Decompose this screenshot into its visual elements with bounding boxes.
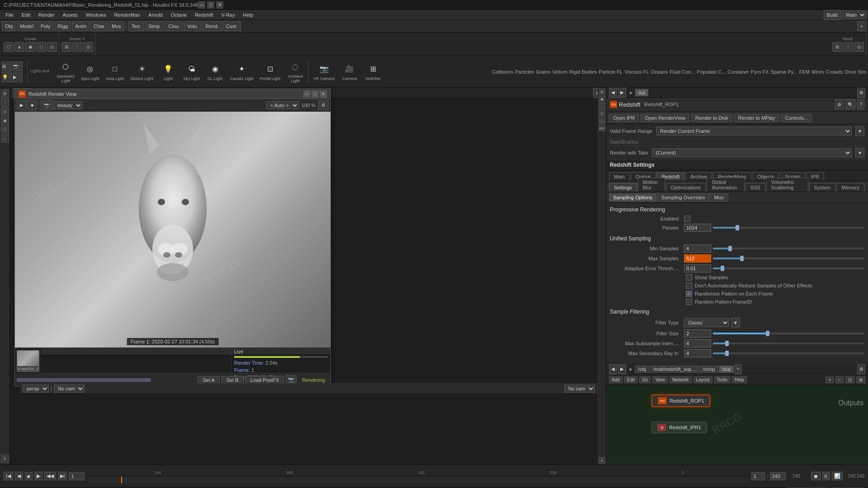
light-generic[interactable]: 💡 Light — [157, 61, 179, 83]
light-select[interactable]: No cam — [54, 385, 85, 393]
shelf-icon-4[interactable]: □ — [36, 42, 46, 52]
shelf-icon-scene-1[interactable]: ⊞ — [61, 42, 71, 52]
open-ipr-btn[interactable]: Open IPR — [609, 114, 639, 122]
node-redshift-ipr1[interactable]: ⊡ Redshift_IPR1 — [651, 422, 707, 433]
so-tab-misc[interactable]: Misc — [710, 193, 728, 202]
left-btn-5[interactable]: ⬡ — [1, 126, 9, 134]
sky-light[interactable]: 🌤 Sky Light — [180, 61, 203, 83]
build-button[interactable]: Build — [824, 10, 841, 20]
mode-model[interactable]: Model — [17, 21, 37, 31]
render-settings-btn[interactable]: ⚙ — [318, 100, 329, 110]
node-add-tab[interactable]: + — [735, 364, 742, 374]
render-take-expand[interactable]: ▼ — [855, 148, 864, 158]
shelf-icon-scene-3[interactable]: ◎ — [83, 42, 93, 52]
rp-search-btn[interactable]: 🔍 — [845, 99, 855, 109]
set-a-button[interactable]: Set A — [198, 376, 219, 384]
mode-poly[interactable]: Poly — [38, 21, 53, 31]
shelf-icon-render-2[interactable]: ↑ — [843, 42, 853, 52]
menu-render[interactable]: Render — [35, 11, 58, 19]
sc-btn-4[interactable]: ⊡ — [599, 110, 605, 117]
tl-record-btn[interactable]: ⏺ — [811, 472, 821, 480]
mode-cust[interactable]: Cust. — [223, 21, 241, 31]
node-path-obj[interactable]: /obj — [635, 366, 649, 373]
mode-simp[interactable]: Simp. — [145, 21, 164, 31]
left-btn-6[interactable]: □ — [1, 135, 9, 143]
camera-item[interactable]: 🎥 Camera — [338, 61, 361, 83]
render-take-dropdown[interactable]: (Current) — [652, 148, 852, 157]
tl-end-frame[interactable] — [770, 472, 786, 480]
tl-next-frame[interactable]: ▶| — [58, 472, 67, 480]
max-samples-input[interactable] — [684, 254, 711, 263]
max-subsample-input[interactable] — [684, 339, 711, 347]
frame-range-dropdown[interactable]: Render Current Frame — [656, 127, 852, 136]
passes-input[interactable] — [684, 224, 711, 232]
filter-type-expand[interactable]: ▼ — [731, 318, 740, 328]
tab-main[interactable]: Main — [609, 172, 630, 181]
mode-rigg[interactable]: Rigg — [55, 21, 71, 31]
shelf-icon-2[interactable]: ▲ — [14, 42, 24, 52]
node-path-shop[interactable]: /shop — [700, 366, 718, 373]
caustic-light[interactable]: ✦ Caustic Light — [227, 61, 256, 83]
toolbar-add-button[interactable]: + — [857, 21, 866, 31]
subtab-optimizations[interactable]: Optimizations — [666, 183, 706, 192]
switcher[interactable]: ⊞ Switcher — [362, 61, 384, 83]
menu-redshift[interactable]: Redshift — [191, 11, 217, 19]
sc-btn-6[interactable]: abc — [599, 125, 605, 131]
light-btn[interactable]: 💡 — [2, 72, 12, 82]
gl-light[interactable]: ◉ GL Light — [204, 61, 226, 83]
rp-fwd-btn[interactable]: ▶ — [618, 88, 626, 98]
mode-terr[interactable]: Terr. — [128, 21, 144, 31]
subtab-memory[interactable]: Memory — [836, 183, 864, 192]
mode-rend[interactable]: Rend. — [203, 21, 222, 31]
frame-range-expand[interactable]: ▼ — [855, 126, 864, 136]
left-btn-4[interactable]: ◉ — [1, 117, 9, 125]
filter-type-select[interactable]: Gauss — [684, 318, 729, 327]
sc-btn-5[interactable]: ⬡ — [599, 117, 605, 124]
open-renderview-btn[interactable]: Open RenderView — [641, 114, 689, 122]
tl-goto-start[interactable]: |◀ — [4, 472, 13, 480]
tl-play-reverse[interactable]: ◀◀ — [44, 472, 56, 480]
controls-btn[interactable]: Controls... — [781, 114, 812, 122]
minimize-button[interactable]: — — [198, 1, 205, 9]
load-postfx-button[interactable]: Load PostFX — [245, 376, 284, 384]
menu-renderman[interactable]: RenderMan — [110, 11, 143, 19]
ambient-light[interactable]: ◌ AmbientLight — [284, 59, 307, 85]
go-btn[interactable]: Go — [639, 376, 651, 383]
left-btn-3[interactable]: ◎ — [1, 108, 9, 116]
menu-edit[interactable]: Edit — [18, 11, 34, 19]
render-window-close[interactable]: ✕ — [320, 90, 327, 98]
subtab-motion-blur[interactable]: Motion Blur — [638, 178, 665, 192]
view-btn[interactable]: View — [652, 376, 668, 383]
enabled-checkbox[interactable] — [684, 216, 690, 222]
shelf-icon-3[interactable]: ◉ — [25, 42, 35, 52]
mode-anim[interactable]: Anim — [72, 21, 90, 31]
max-secondary-input[interactable] — [684, 349, 711, 357]
network-btn[interactable]: Network — [670, 376, 692, 383]
tl-stop[interactable]: ■ — [25, 472, 33, 480]
rp-help-btn[interactable]: ? — [857, 99, 864, 109]
tl-frame-input[interactable] — [69, 472, 85, 480]
render-toolbar-cam[interactable]: 📷 — [41, 100, 52, 110]
layout-btn[interactable]: Layout — [693, 376, 712, 383]
so-tab-overrides[interactable]: Sampling Overrides — [657, 193, 709, 202]
rp-settings-btn[interactable]: ⚙ — [835, 99, 844, 109]
menu-octane[interactable]: Octane — [167, 11, 190, 19]
area-light[interactable]: □ Area Light — [103, 61, 127, 83]
tl-start-frame[interactable] — [751, 472, 765, 480]
shelf-icon-scene-2[interactable]: ↑ — [72, 42, 82, 52]
tab-ipr[interactable]: IPR — [806, 172, 824, 181]
node-expand-btn[interactable]: ⊞ — [857, 364, 865, 374]
subtab-global-illumination[interactable]: Global Illumination — [707, 178, 745, 192]
shelf-icon-5[interactable]: ◎ — [47, 42, 57, 52]
max-secondary-slider[interactable] — [713, 352, 864, 354]
menu-assets[interactable]: Assets — [59, 11, 81, 19]
shelf-icon-render-1[interactable]: ⊞ — [832, 42, 842, 52]
node-redshift-rop1[interactable]: RS Redshift_ROP1 — [651, 394, 710, 407]
subtab-volumetric[interactable]: Volumetric Scattering — [766, 178, 808, 192]
sc-btn-info[interactable]: ℹ — [599, 457, 605, 464]
node-back-btn[interactable]: ◀ — [609, 364, 617, 374]
left-btn-2[interactable]: ↑ — [1, 99, 9, 107]
shelf-icon-1[interactable]: ⬡ — [4, 42, 14, 52]
menu-arnold[interactable]: Arnold — [145, 11, 166, 19]
add-node-btn[interactable]: Add — [609, 376, 623, 383]
